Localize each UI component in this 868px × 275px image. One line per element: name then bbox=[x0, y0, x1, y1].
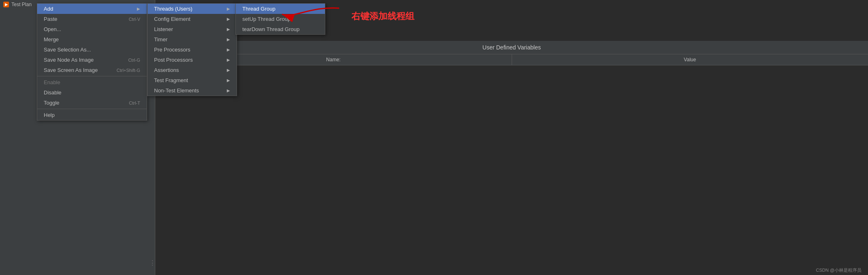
menu-item-add[interactable]: Add ▶ bbox=[37, 4, 147, 14]
menu-item-test-fragment[interactable]: Test Fragment ▶ bbox=[148, 75, 237, 85]
menu-item-threads-label: Threads (Users) bbox=[154, 6, 192, 12]
menu-item-save-selection[interactable]: Save Selection As... bbox=[37, 45, 147, 55]
separator-1 bbox=[37, 76, 147, 76]
menu-item-listener-label: Listener bbox=[154, 26, 173, 32]
resize-handle[interactable]: ⋮ bbox=[149, 259, 154, 267]
menu-shortcut-toggle: Ctrl-T bbox=[129, 101, 141, 105]
menu-item-add-label: Add bbox=[44, 6, 53, 12]
context-menu-2: Threads (Users) ▶ Config Element ▶ Liste… bbox=[147, 3, 237, 96]
menu-arrow-test-fragment: ▶ bbox=[227, 78, 230, 83]
menu-item-assertions-label: Assertions bbox=[154, 67, 179, 73]
menu-item-paste-label: Paste bbox=[44, 16, 57, 22]
menu-item-enable[interactable]: Enable bbox=[37, 77, 147, 87]
menu-arrow-pre: ▶ bbox=[227, 47, 230, 52]
menu-arrow-threads: ▶ bbox=[227, 7, 230, 11]
menu-item-pre-processors[interactable]: Pre Processors ▶ bbox=[148, 45, 237, 55]
menu-item-save-selection-label: Save Selection As... bbox=[44, 47, 91, 53]
menu-item-save-screen-label: Save Screen As Image bbox=[44, 67, 98, 73]
menu-item-save-node[interactable]: Save Node As Image Ctrl-G bbox=[37, 55, 147, 65]
menu-arrow-post: ▶ bbox=[227, 58, 230, 62]
main-content: User Defined Variables Name: Value bbox=[155, 0, 868, 275]
separator-2 bbox=[37, 109, 147, 109]
menu-item-post-processors-label: Post Processors bbox=[154, 57, 193, 63]
udv-title: User Defined Variables bbox=[155, 41, 868, 54]
menu-arrow-timer: ▶ bbox=[227, 37, 230, 42]
menu-item-post-processors[interactable]: Post Processors ▶ bbox=[148, 55, 237, 65]
menu-shortcut-paste: Ctrl-V bbox=[129, 17, 140, 22]
menu-item-thread-group-label: Thread Group bbox=[242, 6, 275, 12]
menu-item-config[interactable]: Config Element ▶ bbox=[148, 14, 237, 24]
menu-item-thread-group[interactable]: Thread Group bbox=[236, 4, 325, 14]
menu-item-non-test[interactable]: Non-Test Elements ▶ bbox=[148, 85, 237, 96]
app-icon: ▶ bbox=[3, 2, 9, 7]
menu-item-listener[interactable]: Listener ▶ bbox=[148, 24, 237, 34]
menu-arrow-assertions: ▶ bbox=[227, 68, 230, 72]
menu-item-pre-processors-label: Pre Processors bbox=[154, 47, 190, 53]
menu-item-disable[interactable]: Disable bbox=[37, 87, 147, 98]
menu-item-open[interactable]: Open... bbox=[37, 24, 147, 34]
menu-arrow-non-test: ▶ bbox=[227, 88, 230, 93]
context-menu-1: Add ▶ Paste Ctrl-V Open... Merge Save Se… bbox=[37, 3, 147, 121]
menu-item-save-screen[interactable]: Save Screen As Image Ctrl+Shift-G bbox=[37, 65, 147, 75]
menu-shortcut-save-node: Ctrl-G bbox=[128, 58, 140, 63]
app-title: Test Plan bbox=[11, 2, 31, 7]
udv-table-header: Name: Value bbox=[155, 54, 868, 65]
context-menu-3: Thread Group setUp Thread Group tearDown… bbox=[235, 3, 325, 35]
menu-item-help[interactable]: Help bbox=[37, 110, 147, 120]
footer-text: CSDN @小林是程序员 bbox=[816, 268, 861, 273]
menu-item-timer-label: Timer bbox=[154, 36, 168, 42]
menu-item-enable-label: Enable bbox=[44, 79, 60, 85]
menu-shortcut-save-screen: Ctrl+Shift-G bbox=[116, 68, 140, 73]
menu-item-test-fragment-label: Test Fragment bbox=[154, 77, 188, 83]
menu-item-assertions[interactable]: Assertions ▶ bbox=[148, 65, 237, 75]
menu-item-setup-thread-group[interactable]: setUp Thread Group bbox=[236, 14, 325, 24]
menu-item-open-label: Open... bbox=[44, 26, 61, 32]
menu-item-disable-label: Disable bbox=[44, 89, 61, 96]
menu-item-teardown-thread-group-label: tearDown Thread Group bbox=[242, 26, 300, 32]
footer: CSDN @小林是程序员 bbox=[816, 267, 861, 273]
menu-item-timer[interactable]: Timer ▶ bbox=[148, 34, 237, 45]
menu-item-merge[interactable]: Merge bbox=[37, 34, 147, 45]
menu-item-toggle[interactable]: Toggle Ctrl-T bbox=[37, 98, 147, 108]
menu-item-save-node-label: Save Node As Image bbox=[44, 57, 94, 63]
menu-item-non-test-label: Non-Test Elements bbox=[154, 87, 199, 94]
menu-item-help-label: Help bbox=[44, 112, 55, 118]
menu-arrow-add: ▶ bbox=[137, 7, 140, 11]
menu-item-config-label: Config Element bbox=[154, 16, 190, 22]
menu-item-merge-label: Merge bbox=[44, 36, 59, 42]
menu-item-setup-thread-group-label: setUp Thread Group bbox=[242, 16, 291, 22]
menu-item-threads[interactable]: Threads (Users) ▶ bbox=[148, 4, 237, 14]
menu-item-toggle-label: Toggle bbox=[44, 100, 59, 106]
menu-arrow-listener: ▶ bbox=[227, 27, 230, 31]
menu-item-paste[interactable]: Paste Ctrl-V bbox=[37, 14, 147, 24]
menu-arrow-config: ▶ bbox=[227, 17, 230, 21]
udv-col-value: Value bbox=[512, 54, 868, 65]
menu-item-teardown-thread-group[interactable]: tearDown Thread Group bbox=[236, 24, 325, 34]
